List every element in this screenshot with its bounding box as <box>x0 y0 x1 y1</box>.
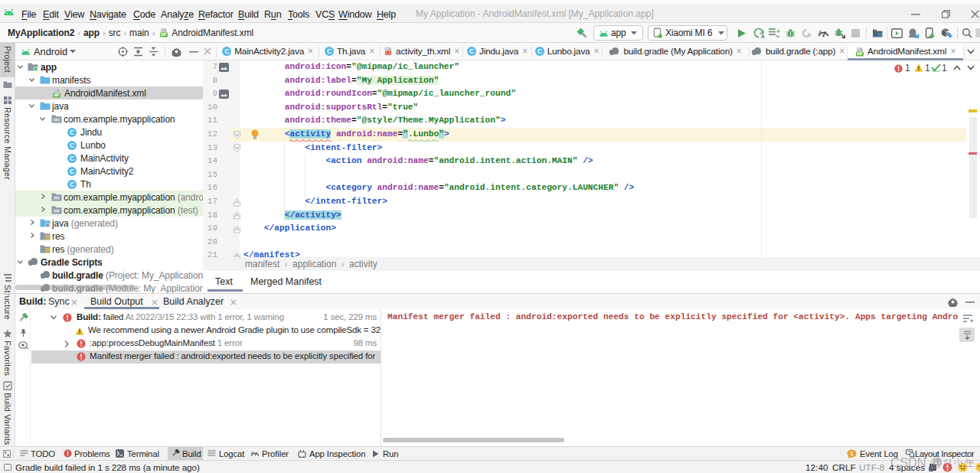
svg-text:A: A <box>761 34 765 39</box>
svg-text:1: 1 <box>851 451 854 456</box>
svg-text:MF: MF <box>857 51 863 56</box>
svg-text:MF: MF <box>161 32 168 37</box>
svg-text:MF: MF <box>54 93 60 97</box>
